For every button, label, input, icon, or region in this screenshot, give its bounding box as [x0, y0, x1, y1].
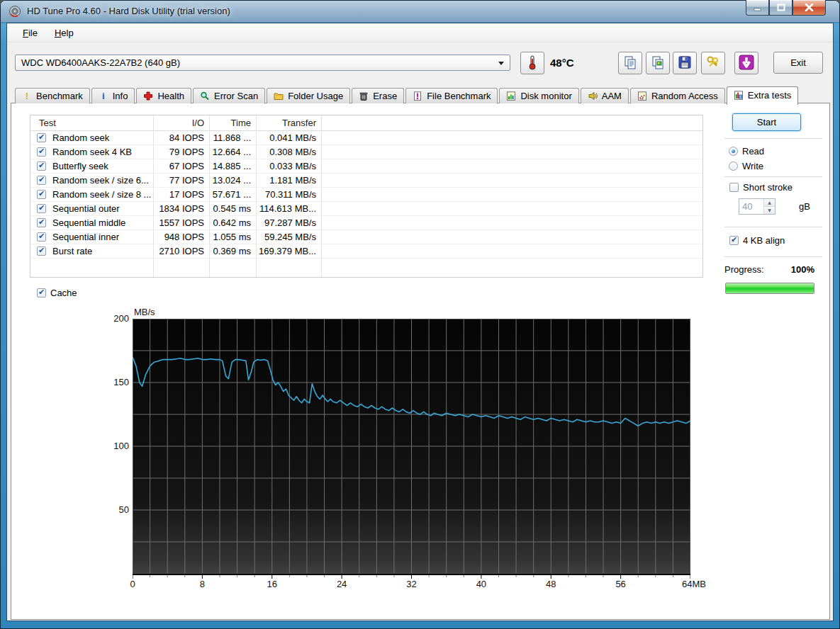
tab-extra-tests[interactable]: Extra tests	[727, 86, 798, 105]
table-row[interactable]: Random seek84 IOPS11.868 ...0.041 MB/s	[30, 131, 702, 145]
read-radio[interactable]	[729, 147, 738, 156]
test-time: 11.868 ...	[209, 132, 256, 143]
align-checkbox[interactable]	[729, 236, 739, 245]
tab-error-scan[interactable]: Error Scan	[193, 88, 265, 103]
maximize-button[interactable]	[769, 0, 793, 16]
col-test: Test	[30, 118, 153, 128]
copy-text-button[interactable]	[618, 52, 642, 74]
close-button[interactable]	[793, 0, 826, 16]
column-divider	[153, 115, 154, 277]
disk-monitor-icon	[506, 91, 516, 101]
table-row[interactable]: Random seek 4 KB79 IOPS12.664 ...0.308 M…	[30, 145, 702, 159]
spin-down-icon[interactable]: ▼	[764, 207, 775, 214]
save-button[interactable]	[673, 52, 697, 74]
test-time: 14.885 ...	[209, 161, 256, 171]
cache-checkbox[interactable]	[37, 288, 46, 298]
test-checkbox[interactable]	[37, 204, 46, 213]
erase-icon	[359, 91, 369, 101]
table-body: Random seek84 IOPS11.868 ...0.041 MB/sRa…	[30, 131, 702, 259]
tab-info[interactable]: iInfo	[91, 88, 135, 103]
progress-bar-fill	[726, 283, 814, 293]
benchmark-icon: !	[22, 91, 32, 101]
test-io: 1557 IOPS	[153, 217, 209, 228]
temperature-value: 48°C	[550, 57, 574, 69]
options-keys-button[interactable]	[701, 52, 725, 74]
table-row[interactable]: Burst rate2710 IOPS0.369 ms169.379 MB...	[30, 244, 702, 259]
test-name: Butterfly seek	[52, 161, 108, 171]
col-io: I/O	[153, 118, 209, 128]
app-window: HD Tune Pro 4.60 - Hard Disk Utility (tr…	[0, 0, 840, 629]
tab-aam[interactable]: AAM	[581, 88, 629, 103]
progress-value: 100%	[724, 264, 814, 275]
minimize-button[interactable]	[746, 0, 769, 16]
test-checkbox[interactable]	[37, 218, 46, 227]
tab-label: Error Scan	[214, 91, 258, 101]
table-row[interactable]: Sequential outer1834 IOPS0.545 ms114.613…	[30, 202, 702, 216]
test-time: 0.545 ms	[209, 203, 256, 214]
test-transfer: 97.287 MB/s	[256, 217, 321, 228]
test-checkbox[interactable]	[37, 190, 46, 199]
tab-strip: !BenchmarkiInfoHealthError ScanFolder Us…	[15, 87, 800, 103]
test-io: 1834 IOPS	[153, 203, 209, 214]
table-row[interactable]: Butterfly seek67 IOPS14.885 ...0.033 MB/…	[30, 159, 702, 174]
extra-tests-icon	[734, 91, 744, 100]
exit-button[interactable]: Exit	[773, 52, 823, 74]
progress-bar	[725, 283, 814, 294]
test-checkbox[interactable]	[37, 246, 46, 256]
table-row[interactable]: Sequential inner948 IOPS1.055 ms59.245 M…	[30, 230, 702, 244]
tab-benchmark[interactable]: !Benchmark	[15, 88, 90, 103]
test-checkbox[interactable]	[37, 176, 46, 185]
divider	[724, 256, 822, 257]
short-stroke-checkbox[interactable]	[729, 183, 739, 192]
start-button[interactable]: Start	[732, 113, 801, 131]
cache-label: Cache	[50, 288, 77, 298]
write-option: Write	[729, 161, 763, 171]
y-tick-label: 200	[101, 313, 129, 324]
menu-item-file[interactable]: File	[16, 26, 45, 40]
download-icon	[739, 55, 754, 72]
unit-label: gB	[799, 201, 810, 212]
menu-item-help[interactable]: Help	[47, 26, 81, 40]
drive-selector[interactable]: WDC WD6400AAKS-22A7B2 (640 gB)	[15, 55, 510, 71]
tab-health[interactable]: Health	[136, 88, 191, 103]
table-row[interactable]: Random seek / size 6...77 IOPS13.024 ...…	[30, 174, 702, 188]
test-checkbox[interactable]	[37, 232, 46, 242]
copy-icon	[623, 55, 637, 72]
x-tick-label: 0	[130, 579, 135, 589]
temperature-button[interactable]	[520, 52, 544, 74]
test-transfer: 0.308 MB/s	[256, 147, 321, 157]
test-time: 57.671 ...	[209, 189, 256, 200]
write-radio[interactable]	[729, 162, 738, 171]
test-transfer: 169.379 MB...	[256, 246, 321, 256]
copy-screenshot-button[interactable]	[646, 52, 670, 74]
test-transfer: 0.033 MB/s	[256, 161, 321, 171]
short-stroke-spinner[interactable]: 40 ▲▼	[739, 198, 775, 215]
test-checkbox[interactable]	[37, 162, 46, 171]
app-icon	[9, 5, 21, 18]
chart-y-axis-title: MB/s	[134, 307, 155, 317]
title-bar[interactable]: HD Tune Pro 4.60 - Hard Disk Utility (tr…	[0, 0, 840, 23]
column-divider	[256, 115, 257, 277]
tab-label: Benchmark	[36, 91, 83, 101]
test-transfer: 1.181 MB/s	[256, 175, 321, 186]
tab-erase[interactable]: Erase	[352, 88, 404, 103]
x-tick-label: 40	[476, 579, 486, 589]
table-row[interactable]: Random seek / size 8 ...17 IOPS57.671 ..…	[30, 188, 702, 202]
test-name: Random seek 4 KB	[52, 147, 132, 157]
column-divider	[321, 115, 322, 277]
spinner-buttons[interactable]: ▲▼	[763, 199, 775, 214]
transfer-chart	[133, 319, 690, 579]
tab-disk-monitor[interactable]: Disk monitor	[499, 88, 578, 103]
tab-file-benchmark[interactable]: File Benchmark	[405, 88, 498, 103]
tab-random-access[interactable]: Random Access	[630, 88, 725, 103]
caption-buttons	[746, 0, 826, 16]
test-checkbox[interactable]	[37, 147, 46, 157]
spin-up-icon[interactable]: ▲	[764, 199, 775, 207]
table-row[interactable]: Sequential middle1557 IOPS0.642 ms97.287…	[30, 216, 702, 230]
update-button[interactable]	[734, 52, 758, 74]
test-checkbox[interactable]	[37, 133, 46, 142]
tab-folder-usage[interactable]: Folder Usage	[267, 88, 350, 103]
x-tick-label: 48	[546, 579, 556, 589]
test-io: 2710 IOPS	[153, 246, 209, 256]
test-name: Burst rate	[52, 246, 92, 256]
